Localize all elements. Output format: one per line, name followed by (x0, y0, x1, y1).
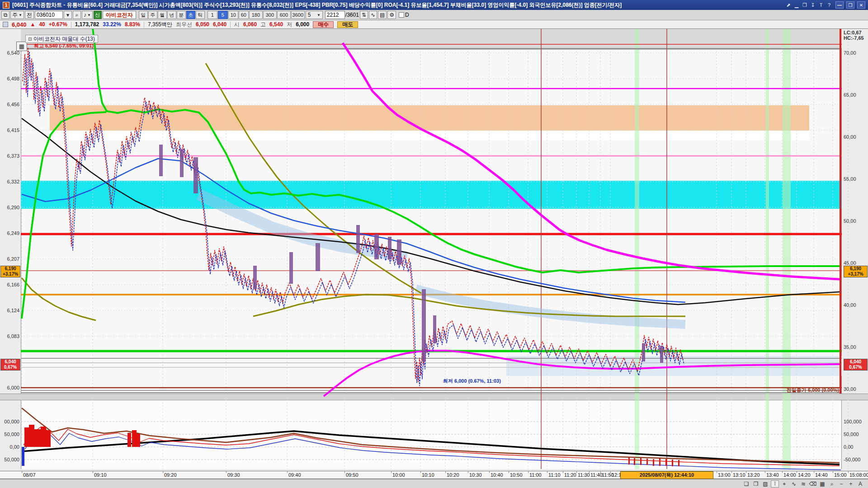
cursor-tool-icon[interactable]: ⊺ (771, 480, 779, 488)
buy-button[interactable]: 매수 (313, 21, 334, 28)
time-axis-label: 15:08:00 (849, 472, 868, 478)
time-axis-label: 10:10 (422, 472, 434, 478)
chart-rect (660, 346, 663, 363)
chart-rect (653, 459, 654, 466)
tile-windows-icon[interactable]: ❐ (752, 480, 760, 488)
time-axis[interactable]: 08/0709:1009:2009:3009:4009:5010:0010:10… (0, 471, 868, 479)
chart-rect (159, 145, 163, 176)
save-icon[interactable]: ▤ (378, 11, 387, 19)
title-bar: 1 [0601] 주식종합차트 - 유통비율[60.4] 거래대금[7,354(… (0, 0, 868, 10)
time-axis-label: 08/07 (23, 472, 36, 478)
open-label: 시 (234, 21, 240, 28)
series-magenta-ma (343, 43, 840, 279)
chart-rect (29, 425, 34, 447)
d-checkbox[interactable] (399, 12, 404, 18)
period-button-틱[interactable]: 틱 (196, 11, 205, 19)
chart-legend[interactable]: 아비코전자 매물대 수(13) (25, 35, 98, 43)
jump-window-icon[interactable]: ⧉ (1, 11, 9, 19)
eraser-tool-icon[interactable]: ⌫ (809, 480, 817, 488)
chart-rect (433, 315, 436, 343)
chart-rect (132, 430, 137, 447)
trendline-tool-icon[interactable]: ⌖ (780, 480, 788, 488)
pattern-box-icon[interactable]: ▨ (761, 480, 769, 488)
zoom-tool-icon[interactable]: ⌕ (828, 480, 836, 488)
credit-flag-badge: 신 (94, 11, 102, 19)
period-button-주[interactable]: 주 (148, 11, 157, 19)
interval-button-1[interactable]: 1 (208, 11, 217, 19)
period-button-초[interactable]: 초 (186, 11, 195, 19)
time-axis-label: 10:40 (491, 472, 503, 478)
period-button-월[interactable]: 월 (158, 11, 167, 19)
current-price: 6,040 (12, 21, 27, 28)
titlebar-icon[interactable]: ? (826, 2, 833, 9)
interval-button-10[interactable]: 10 (228, 11, 238, 19)
price-row-icon[interactable] (3, 22, 8, 27)
chart-rect (628, 457, 630, 465)
multiline-tool-icon[interactable]: ≋ (799, 480, 807, 488)
high-label: 고 (260, 21, 266, 28)
compare-icon[interactable]: ⇅ (360, 11, 368, 19)
time-tick (344, 471, 345, 473)
interval-button-3600[interactable]: 3600 (291, 11, 305, 19)
time-tick (547, 471, 547, 473)
titlebar-icon[interactable]: ❐ (801, 2, 808, 9)
time-axis-label: 09:10 (94, 472, 107, 478)
titlebar-icon[interactable]: T (817, 2, 825, 9)
time-axis-label: 13:10 (733, 472, 745, 478)
titlebar-icon[interactable]: ↧ (809, 2, 816, 9)
interval-select[interactable]: 5 ▼ (306, 11, 323, 19)
titlebar-icon[interactable]: ▁ (793, 2, 800, 9)
chart-region[interactable]: ▦ 아비코전자 매물대 수(13) 최고 6,540 (-7.65%, 09:0… (0, 29, 868, 471)
interval-button-600[interactable]: 600 (277, 11, 291, 19)
bar-count-input[interactable] (325, 11, 345, 19)
interval-button-5[interactable]: 5 (218, 11, 228, 19)
chevron-down-icon: ▼ (87, 13, 91, 17)
titlebar-icon[interactable]: ⬈ (785, 2, 792, 9)
chart-rect (659, 458, 660, 466)
chart-rect (193, 157, 198, 193)
freeline-tool-icon[interactable]: ∿ (790, 480, 798, 488)
sound-icon[interactable]: ♪ ▼ (82, 11, 93, 19)
series-olive-ma-2 (22, 278, 96, 320)
period-button-일[interactable]: 일 (139, 11, 148, 19)
asset-type-select[interactable]: 주 ▼ (10, 11, 24, 19)
interval-button-300[interactable]: 300 (263, 11, 277, 19)
interval-button-180[interactable]: 180 (249, 11, 263, 19)
sell-button[interactable]: 매도 (337, 21, 358, 28)
zoom-out-icon[interactable]: − (837, 480, 845, 488)
price-band (21, 29, 842, 49)
chart-rect (22, 447, 24, 466)
interval-button-group: 1510601803006003600 (208, 11, 305, 19)
time-tick (563, 471, 563, 473)
period-button-년[interactable]: 년 (167, 11, 176, 19)
text-tool-icon[interactable]: A (856, 480, 864, 488)
vs-pct: 8.83% (125, 21, 140, 28)
chart-image-icon[interactable]: ▦ (818, 480, 826, 488)
chart-rect (672, 460, 673, 466)
time-axis-label: 09:40 (288, 472, 301, 478)
close-button[interactable]: ✕ (857, 1, 865, 9)
chart-rect (137, 434, 140, 447)
restore-button[interactable]: ❐ (846, 1, 854, 9)
cascade-windows-icon[interactable]: ❏ (742, 480, 750, 488)
stock-code-input[interactable] (35, 11, 63, 19)
code-dropdown-icon[interactable]: ▼ (64, 11, 72, 19)
price-info-row: 6,040 ▲ 40 +0.67% 1,173,782 33.22% 8.83%… (0, 20, 868, 29)
zigzag-icon[interactable]: ∿ (369, 11, 377, 19)
time-axis-label: 13:40 (766, 472, 779, 478)
chart-rect (253, 266, 257, 289)
minimize-button[interactable]: — (835, 1, 844, 9)
interval-button-60[interactable]: 60 (239, 11, 249, 19)
time-tick (445, 471, 446, 473)
period-button-group: 일주월년분초틱 (139, 11, 205, 19)
search-icon[interactable]: ⌕ (73, 11, 81, 19)
jeon-button[interactable]: 전 (25, 11, 34, 19)
legend-square-icon (28, 38, 32, 41)
memo-grid-icon[interactable]: ▦ (16, 42, 27, 51)
trade-amount: 7,355백만 (148, 21, 172, 28)
period-button-분[interactable]: 분 (177, 11, 186, 19)
zoom-in-icon[interactable]: + (847, 480, 855, 488)
gear-icon[interactable]: ⚙ (387, 11, 396, 19)
window-title: [0601] 주식종합차트 - 유통비율[60.4] 거래대금[7,354(백만… (12, 1, 622, 9)
best-ask: 6,050 (196, 21, 209, 28)
